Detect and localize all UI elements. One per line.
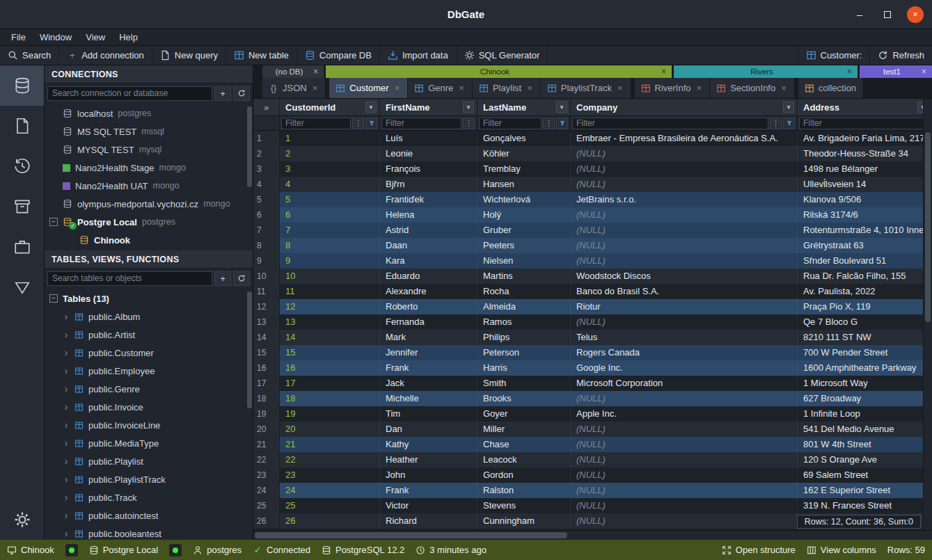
close-icon[interactable]: × bbox=[920, 67, 928, 77]
menu-view[interactable]: View bbox=[79, 31, 112, 44]
filter-funnel-button[interactable] bbox=[556, 118, 568, 129]
table-row[interactable]: 77AstridGruber(NULL)Rotenturmstraße 4, 1… bbox=[253, 223, 932, 238]
toolbar-button-customer[interactable]: Customer: bbox=[798, 46, 870, 65]
filter-input-customerid[interactable] bbox=[281, 118, 351, 129]
status-postgresql-12-2[interactable]: PostgreSQL 12.2 bbox=[322, 545, 404, 555]
close-icon[interactable]: × bbox=[695, 83, 704, 93]
status-view-columns[interactable]: View columns bbox=[807, 545, 876, 555]
status-chinook[interactable]: Chinook bbox=[7, 545, 54, 555]
menu-help[interactable]: Help bbox=[112, 31, 145, 44]
tables-scrollbar[interactable] bbox=[247, 290, 252, 538]
table-row[interactable]: 1313FernandaRamos(NULL)Qe 7 Bloco G bbox=[253, 314, 932, 330]
add-table-button[interactable]: + bbox=[214, 271, 231, 286]
close-icon[interactable]: × bbox=[393, 83, 402, 93]
table-item-public-mediatype[interactable]: ›public.MediaType bbox=[45, 434, 253, 452]
menu-file[interactable]: File bbox=[4, 31, 33, 44]
connection-item-ms-sql-test[interactable]: MS SQL TESTmssql bbox=[45, 122, 253, 141]
sidebar-button-cell-data[interactable] bbox=[0, 267, 44, 307]
tables-group-row[interactable]: −Tables (13) bbox=[45, 289, 253, 307]
table-row[interactable]: 44BjřrnHansen(NULL)Ullevĺlsveien 14 bbox=[253, 177, 932, 192]
table-row[interactable]: 1616FrankHarrisGoogle Inc.1600 Amphithea… bbox=[253, 360, 932, 376]
status-3-minutes-ago[interactable]: 3 minutes ago bbox=[416, 545, 487, 555]
table-item-public-artist[interactable]: ›public.Artist bbox=[45, 326, 253, 344]
connections-scrollbar[interactable] bbox=[247, 105, 252, 248]
table-row[interactable]: 2222HeatherLeacock(NULL)120 S Orange Ave bbox=[253, 452, 932, 467]
minimize-button[interactable]: – bbox=[851, 6, 868, 23]
status-connected[interactable]: ✓Connected bbox=[253, 545, 310, 555]
toolbar-button-sql-generator[interactable]: SQL Generator bbox=[457, 46, 548, 65]
table-row[interactable]: 1717JackSmithMicrosoft Corporation1 Micr… bbox=[253, 376, 932, 391]
status-postgres[interactable]: postgres bbox=[193, 545, 242, 555]
column-dropdown-button[interactable]: ▾ bbox=[365, 102, 377, 113]
tab-playlist[interactable]: Playlist× bbox=[473, 78, 541, 98]
db-tab-test1[interactable]: test1× bbox=[860, 65, 932, 78]
filter-funnel-button[interactable] bbox=[365, 118, 377, 129]
connection-item-chinook[interactable]: Chinook bbox=[45, 231, 253, 249]
table-row[interactable]: 22LeonieKöhler(NULL)Theodor-Heuss-Straße… bbox=[253, 146, 932, 161]
column-header-customerid[interactable]: CustomerId▾ bbox=[280, 99, 380, 115]
close-button[interactable]: × bbox=[907, 6, 924, 23]
toolbar-button-import-data[interactable]: Import data bbox=[380, 46, 457, 65]
column-dropdown-button[interactable]: ▾ bbox=[463, 102, 474, 113]
table-row[interactable]: 1515JenniferPetersonRogers Canada700 W P… bbox=[253, 345, 932, 360]
table-row[interactable]: 2323JohnGordon(NULL)69 Salem Street bbox=[253, 467, 932, 483]
grid-horizontal-scrollbar[interactable] bbox=[253, 530, 932, 540]
table-item-public-playlist[interactable]: ›public.Playlist bbox=[45, 452, 253, 470]
vertical-scroll-thumb[interactable] bbox=[925, 132, 931, 322]
close-icon[interactable]: × bbox=[312, 67, 319, 77]
table-item-public-employee[interactable]: ›public.Employee bbox=[45, 362, 253, 380]
connection-item-nano2health-uat[interactable]: Nano2Health UATmongo bbox=[45, 177, 253, 195]
table-row[interactable]: 1111AlexandreRochaBanco do Brasil S.A.Av… bbox=[253, 284, 932, 299]
table-item-public-track[interactable]: ›public.Track bbox=[45, 488, 253, 506]
tab-genre[interactable]: Genre× bbox=[408, 78, 473, 98]
db-tab-rivers[interactable]: Rivers× bbox=[674, 65, 858, 78]
tables-scroll-thumb[interactable] bbox=[247, 291, 252, 408]
toolbar-button-new-table[interactable]: New table bbox=[226, 46, 297, 65]
column-header-address[interactable]: Address▾ bbox=[798, 99, 932, 115]
connections-search-input[interactable] bbox=[47, 86, 212, 101]
toolbar-button-compare-db[interactable]: Compare DB bbox=[297, 46, 380, 65]
column-dropdown-button[interactable]: ▾ bbox=[556, 102, 567, 113]
table-row[interactable]: 2525VictorStevens(NULL)319 N. Frances St… bbox=[253, 498, 932, 513]
tab-json[interactable]: {}JSON× bbox=[262, 78, 326, 98]
filter-menu-button[interactable]: ⋮ bbox=[543, 118, 555, 129]
tab-playlisttrack[interactable]: PlaylistTrack× bbox=[541, 78, 631, 98]
table-item-public-album[interactable]: ›public.Album bbox=[45, 307, 253, 326]
filter-menu-button[interactable]: ⋮ bbox=[770, 118, 782, 129]
sidebar-button-history[interactable] bbox=[0, 146, 44, 186]
collapse-icon[interactable]: − bbox=[49, 218, 58, 226]
add-connection-small-button[interactable]: + bbox=[214, 86, 231, 101]
table-item-public-genre[interactable]: ›public.Genre bbox=[45, 380, 253, 398]
connection-item-postgre-local[interactable]: −✓Postgre Localpostgres bbox=[45, 213, 253, 231]
column-header-company[interactable]: Company▾ bbox=[571, 99, 798, 115]
filter-input-company[interactable] bbox=[572, 118, 768, 129]
table-row[interactable]: 2121KathyChase(NULL)801 W 4th Street bbox=[253, 437, 932, 452]
table-row[interactable]: 66HelenaHolý(NULL)Rilská 3174/6 bbox=[253, 207, 932, 223]
sidebar-button-plugins[interactable] bbox=[0, 227, 44, 267]
close-icon[interactable]: × bbox=[457, 83, 466, 93]
sidebar-button-queries[interactable] bbox=[0, 106, 44, 146]
close-icon[interactable]: × bbox=[526, 83, 534, 93]
connection-item-mysql-test[interactable]: MYSQL TESTmysql bbox=[45, 141, 253, 159]
close-icon[interactable]: × bbox=[616, 83, 624, 93]
close-icon[interactable]: × bbox=[311, 83, 319, 93]
table-item-public-playlisttrack[interactable]: ›public.PlaylistTrack bbox=[45, 470, 253, 488]
collapse-icon[interactable]: − bbox=[49, 294, 58, 303]
toolbar-button-search[interactable]: Search bbox=[0, 46, 59, 65]
grid-vertical-scrollbar[interactable] bbox=[923, 99, 932, 530]
table-row[interactable]: 1919TimGoyerApple Inc.1 Infinite Loop bbox=[253, 406, 932, 422]
filter-input-firstname[interactable] bbox=[381, 118, 461, 129]
column-dropdown-button[interactable]: ▾ bbox=[783, 102, 794, 113]
db-tab-chinook[interactable]: Chinook× bbox=[326, 65, 672, 78]
filter-input-address[interactable] bbox=[799, 118, 929, 129]
toolbar-button-refresh[interactable]: Refresh bbox=[869, 46, 932, 65]
db-tab-no-db[interactable]: (no DB)× bbox=[262, 65, 324, 78]
grid-corner-button[interactable]: » bbox=[253, 99, 280, 115]
close-icon[interactable]: × bbox=[780, 83, 788, 93]
status-open-structure[interactable]: Open structure bbox=[722, 545, 796, 555]
table-item-public-invoiceline[interactable]: ›public.InvoiceLine bbox=[45, 416, 253, 434]
status-postgre-local[interactable]: Postgre Local bbox=[89, 545, 159, 555]
connections-scroll-thumb[interactable] bbox=[247, 106, 252, 187]
table-row[interactable]: 1818MichelleBrooks(NULL)627 Broadway bbox=[253, 391, 932, 406]
column-header-firstname[interactable]: FirstName▾ bbox=[380, 99, 477, 115]
